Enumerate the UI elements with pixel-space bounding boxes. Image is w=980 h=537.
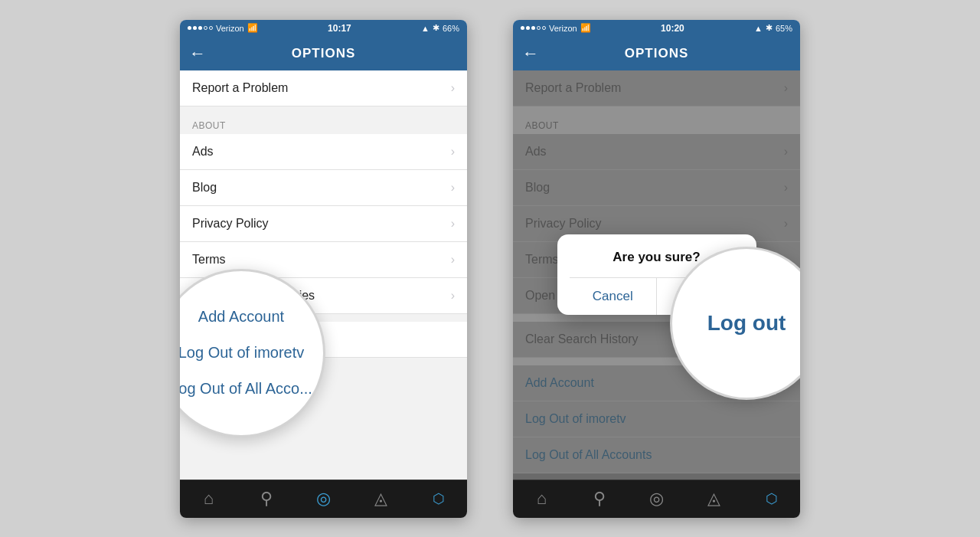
tab-bar-left: ⌂ ⚲ ◎ ◬ ⬡ <box>180 480 467 518</box>
back-button-left[interactable]: ← <box>189 44 206 64</box>
tab-chat-right[interactable]: ◬ <box>685 480 743 518</box>
rdot5 <box>542 26 546 30</box>
rdot2 <box>526 26 530 30</box>
privacy-label-left: Privacy Policy <box>192 217 269 231</box>
section-header-about-left: ABOUT <box>180 114 467 134</box>
magnifier-logout-all[interactable]: Log Out of All Acco... <box>180 375 323 402</box>
search-icon-right: ⚲ <box>593 489 606 509</box>
chevron-ads-left: › <box>451 145 455 159</box>
status-right-right-info: ▲ ✱ 65% <box>754 23 792 33</box>
tab-chat-left[interactable]: ◬ <box>352 480 410 518</box>
chat-icon-right: ◬ <box>707 489 720 509</box>
chevron-terms-left: › <box>451 253 455 267</box>
wifi-icon-right: 📶 <box>580 23 591 33</box>
chat-icon-left: ◬ <box>374 489 387 509</box>
status-bar-right: Verizon 📶 10:20 ▲ ✱ 65% <box>513 20 800 37</box>
tab-camera-left[interactable]: ◎ <box>295 480 352 518</box>
chevron-blog-left: › <box>451 181 455 195</box>
status-bar-left: Verizon 📶 10:17 ▲ ✱ 66% <box>180 20 467 37</box>
carrier-right: Verizon <box>549 24 577 33</box>
nav-title-left: OPTIONS <box>292 46 356 61</box>
bt-icon: ✱ <box>433 23 439 33</box>
signal-dots-right <box>521 26 546 30</box>
tab-profile-left[interactable]: ⬡ <box>410 480 467 518</box>
tab-bar-right: ⌂ ⚲ ◎ ◬ ⬡ <box>513 480 800 518</box>
camera-icon-right: ◎ <box>649 489 664 509</box>
tab-home-right[interactable]: ⌂ <box>513 480 570 518</box>
cancel-button[interactable]: Cancel <box>570 278 658 315</box>
dot5 <box>209 26 213 30</box>
status-left-info: Verizon 📶 <box>188 23 258 33</box>
signal-dots <box>188 26 213 30</box>
tab-search-right[interactable]: ⚲ <box>570 480 628 518</box>
section-divider-about-left <box>180 106 467 114</box>
list-item-privacy-left[interactable]: Privacy Policy › <box>180 206 467 242</box>
rdot1 <box>521 26 524 30</box>
wifi-icon: 📶 <box>247 23 258 33</box>
profile-icon-right: ⬡ <box>766 490 778 507</box>
time-right: 10:20 <box>661 23 684 34</box>
terms-label-left: Terms <box>192 253 226 267</box>
list-item-blog-left[interactable]: Blog › <box>180 170 467 206</box>
content-left: Report a Problem › ABOUT Ads › Blog › Pr… <box>180 70 467 480</box>
gps-icon-right: ▲ <box>754 24 763 33</box>
nav-bar-right: ← OPTIONS <box>513 37 800 70</box>
magnifier-logout-text: Log out <box>707 311 786 336</box>
report-label-left: Report a Problem <box>192 81 288 95</box>
phone-right: Verizon 📶 10:20 ▲ ✱ 65% ← OPTIONS Report… <box>513 20 800 518</box>
dot3 <box>198 26 202 30</box>
time-left: 10:17 <box>328 23 351 34</box>
battery-right: 65% <box>776 24 792 33</box>
phone-left: Verizon 📶 10:17 ▲ ✱ 66% ← OPTIONS Report… <box>180 20 467 518</box>
back-button-right[interactable]: ← <box>522 44 539 64</box>
chevron-report-left: › <box>451 81 455 95</box>
camera-icon-left: ◎ <box>316 489 331 509</box>
status-right-left-info: Verizon 📶 <box>521 23 591 33</box>
carrier-left: Verizon <box>216 24 244 33</box>
chevron-privacy-left: › <box>451 217 455 231</box>
profile-icon-left: ⬡ <box>433 490 445 507</box>
tab-home-left[interactable]: ⌂ <box>180 480 237 518</box>
search-icon-left: ⚲ <box>260 489 273 509</box>
tab-search-left[interactable]: ⚲ <box>237 480 295 518</box>
nav-title-right: OPTIONS <box>625 46 689 61</box>
nav-bar-left: ← OPTIONS <box>180 37 467 70</box>
tab-camera-right[interactable]: ◎ <box>628 480 685 518</box>
gps-icon: ▲ <box>421 24 430 33</box>
status-right-info: ▲ ✱ 66% <box>421 23 459 33</box>
home-icon-right: ⌂ <box>537 489 547 509</box>
bt-icon-right: ✱ <box>766 23 773 33</box>
dot4 <box>204 26 207 30</box>
rdot3 <box>531 26 535 30</box>
home-icon-left: ⌂ <box>204 489 214 509</box>
content-right: Report a Problem › ABOUT Ads › Blog › Pr… <box>513 70 800 480</box>
magnifier-logout-imoretv[interactable]: Log Out of imoretv <box>180 339 323 366</box>
list-item-ads-left[interactable]: Ads › <box>180 134 467 170</box>
blog-label-left: Blog <box>192 181 217 195</box>
chevron-opensource-left: › <box>451 289 455 303</box>
list-item-report-left[interactable]: Report a Problem › <box>180 70 467 106</box>
tab-profile-right[interactable]: ⬡ <box>743 480 800 518</box>
dot2 <box>193 26 197 30</box>
magnifier-add-account[interactable]: Add Account <box>180 303 323 330</box>
dot1 <box>188 26 191 30</box>
ads-label-left: Ads <box>192 145 214 159</box>
rdot4 <box>537 26 541 30</box>
battery-left: 66% <box>443 24 459 33</box>
